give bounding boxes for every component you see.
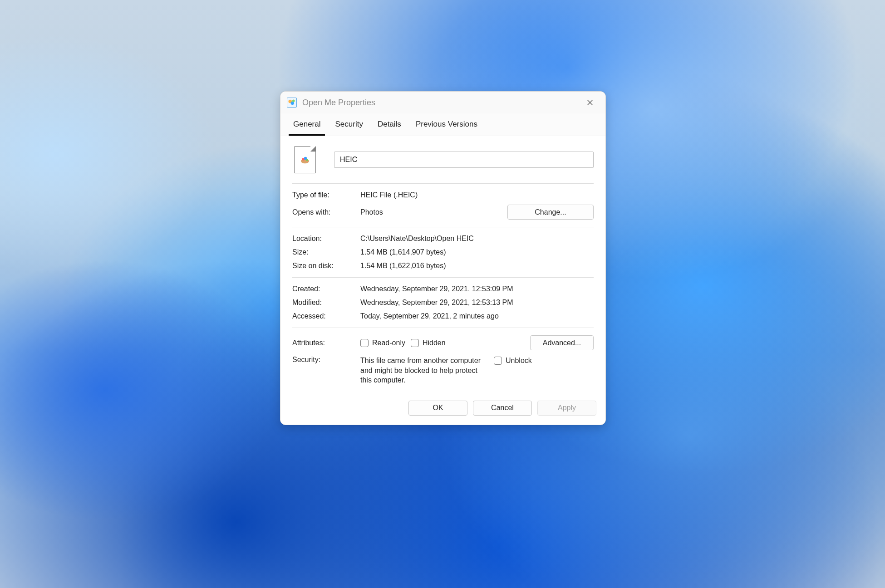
file-thumbnail-icon — [294, 146, 316, 173]
tab-general[interactable]: General — [289, 115, 325, 136]
label-modified: Modified: — [292, 299, 356, 307]
checkbox-box-icon — [494, 357, 502, 365]
svg-point-6 — [306, 159, 308, 161]
checkbox-hidden-label: Hidden — [423, 339, 446, 347]
checkbox-unblock-label: Unblock — [506, 357, 532, 365]
general-sheet: Type of file: HEIC File (.HEIC) Opens wi… — [280, 136, 605, 394]
checkbox-box-icon — [360, 339, 369, 347]
label-created: Created: — [292, 285, 356, 293]
tab-security[interactable]: Security — [330, 115, 367, 136]
cancel-button[interactable]: Cancel — [473, 401, 532, 416]
filename-input[interactable] — [334, 152, 594, 168]
apply-button[interactable]: Apply — [537, 401, 596, 416]
properties-dialog: Open Me Properties General Security Deta… — [280, 91, 606, 425]
value-opens-with: Photos — [360, 208, 383, 216]
svg-point-2 — [292, 100, 295, 103]
label-location: Location: — [292, 235, 356, 243]
value-created: Wednesday, September 29, 2021, 12:53:09 … — [360, 285, 594, 293]
ok-button[interactable]: OK — [408, 401, 467, 416]
titlebar[interactable]: Open Me Properties — [280, 92, 605, 113]
checkbox-hidden[interactable]: Hidden — [411, 339, 446, 347]
divider — [292, 277, 594, 278]
tab-strip: General Security Details Previous Versio… — [280, 113, 605, 136]
value-type-of-file: HEIC File (.HEIC) — [360, 191, 594, 199]
label-security: Security: — [292, 356, 356, 364]
checkbox-unblock[interactable]: Unblock — [494, 357, 532, 365]
close-button[interactable] — [580, 95, 600, 110]
checkbox-box-icon — [411, 339, 419, 347]
dialog-footer: OK Cancel Apply — [280, 394, 605, 425]
tab-previous-versions[interactable]: Previous Versions — [411, 115, 482, 136]
divider — [292, 183, 594, 184]
value-size-on-disk: 1.54 MB (1,622,016 bytes) — [360, 262, 594, 270]
divider — [292, 227, 594, 227]
checkbox-read-only-label: Read-only — [372, 339, 405, 347]
value-accessed: Today, September 29, 2021, 2 minutes ago — [360, 312, 594, 320]
label-attributes: Attributes: — [292, 339, 356, 347]
checkbox-read-only[interactable]: Read-only — [360, 339, 405, 347]
label-accessed: Accessed: — [292, 312, 356, 320]
security-notice: This file came from another computer and… — [360, 356, 487, 385]
app-icon — [287, 98, 297, 108]
window-title: Open Me Properties — [302, 98, 580, 108]
label-size: Size: — [292, 248, 356, 256]
label-type-of-file: Type of file: — [292, 191, 356, 199]
advanced-button[interactable]: Advanced... — [530, 335, 594, 350]
value-location: C:\Users\Nate\Desktop\Open HEIC — [360, 235, 594, 243]
value-modified: Wednesday, September 29, 2021, 12:53:13 … — [360, 299, 594, 307]
change-button[interactable]: Change... — [507, 205, 594, 220]
value-size: 1.54 MB (1,614,907 bytes) — [360, 248, 594, 256]
file-header — [292, 144, 594, 179]
tab-details[interactable]: Details — [373, 115, 406, 136]
label-opens-with: Opens with: — [292, 208, 356, 216]
divider — [292, 328, 594, 328]
label-size-on-disk: Size on disk: — [292, 262, 356, 270]
